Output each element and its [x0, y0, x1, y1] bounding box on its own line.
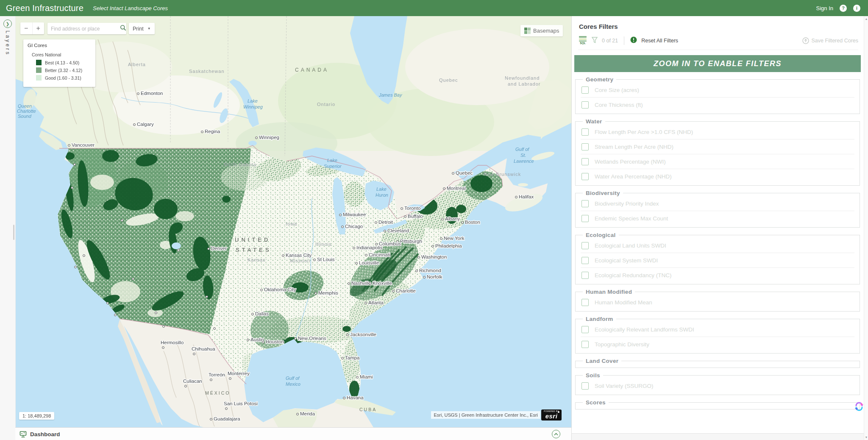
- map-label: Lawrence: [514, 159, 534, 164]
- filter-item-label: Water Area Percentage (NHD): [595, 173, 672, 180]
- city-label: Albany: [445, 216, 460, 221]
- city-label: Jacksonville: [350, 332, 376, 337]
- city-marker: [107, 302, 109, 304]
- filter-item-label: Stream Length Per Acre (NHD): [595, 144, 673, 150]
- info-icon[interactable]: i: [853, 5, 860, 12]
- city-marker: [134, 124, 136, 126]
- filter-item-label: Ecological System SWDI: [595, 257, 658, 264]
- map-label: New Brunswick: [484, 172, 521, 177]
- filter-checkbox[interactable]: [581, 200, 589, 207]
- legend-row: Good (1.60 - 3.31): [36, 75, 91, 81]
- filter-section-title: Water: [583, 118, 605, 125]
- sql-query-icon[interactable]: SQL: [578, 35, 587, 46]
- scroll-up-icon[interactable]: ▲: [864, 17, 868, 20]
- dashboard-bar: Dashboard: [15, 427, 571, 440]
- filter-item-label: Ecologically Relevant Landforms SWDI: [595, 326, 694, 333]
- filter-section-biodiversity: BiodiversityBiodiversity Priority IndexE…: [575, 190, 860, 228]
- map-label: CANADA: [295, 67, 329, 73]
- collapse-dashboard-icon[interactable]: [552, 430, 560, 438]
- zoom-in-banner: ZOOM IN TO ENABLE FILTERS: [574, 55, 861, 72]
- basemap: CANADAUNITEDSTATESMÉXICOCUBAAlbertaSaska…: [15, 16, 571, 427]
- map-label: Charlotte: [17, 109, 36, 114]
- colorful-sync-icon[interactable]: [855, 402, 863, 413]
- sign-in-link[interactable]: Sign In: [816, 5, 833, 11]
- layers-rail-label[interactable]: Layers: [5, 31, 11, 56]
- city-marker: [163, 326, 165, 328]
- legend-row: Better (3.32 - 4.12): [36, 67, 91, 73]
- filter-checkbox[interactable]: [581, 173, 589, 180]
- city-label: Chihuahua: [192, 346, 215, 351]
- save-filtered-cores-button[interactable]: Save Filtered Cores: [802, 37, 858, 44]
- city-label: Oklahoma City: [264, 287, 296, 292]
- city-marker: [443, 188, 445, 190]
- dashboard-label[interactable]: Dashboard: [30, 431, 60, 437]
- zoom-out-button[interactable]: −: [20, 22, 33, 34]
- filter-icon: [592, 37, 598, 45]
- legend-class-label: Better (3.32 - 4.12): [45, 68, 82, 73]
- basemaps-button[interactable]: Basemaps: [520, 25, 563, 36]
- filter-checkbox[interactable]: [581, 215, 589, 222]
- reset-all-filters-button[interactable]: Reset All Filters: [641, 38, 678, 44]
- filter-section-land-cover: Land Cover: [575, 358, 860, 368]
- city-label: Cincinnati: [369, 252, 390, 257]
- city-label: Halifax: [519, 194, 534, 199]
- filter-section-soils: SoilsSoil Variety (SSURGO): [575, 372, 860, 395]
- filter-checkbox[interactable]: [581, 158, 589, 165]
- filter-checkbox[interactable]: [581, 86, 589, 94]
- city-label: Calgary: [137, 122, 154, 127]
- city-marker: [356, 376, 359, 379]
- search-icon[interactable]: [120, 25, 126, 33]
- filter-section-human-modified: Human ModifiedHuman Modified Mean: [575, 289, 860, 312]
- filter-section-title: Geometry: [583, 76, 616, 83]
- filter-checkbox[interactable]: [581, 326, 589, 333]
- filter-section-title: Biodiversity: [583, 190, 623, 196]
- map-label: Lake: [248, 98, 258, 103]
- filter-checkbox[interactable]: [581, 128, 589, 136]
- city-marker: [214, 328, 216, 330]
- legend-row: Best (4.13 - 4.50): [36, 60, 91, 65]
- filter-checkbox[interactable]: [581, 101, 589, 109]
- city-label: New Orleans: [298, 336, 326, 341]
- city-label: Richmond: [419, 268, 441, 273]
- filter-checkbox[interactable]: [581, 382, 589, 390]
- map-canvas[interactable]: CANADAUNITEDSTATESMÉXICOCUBAAlbertaSaska…: [15, 16, 571, 427]
- map-label: Newfoundland: [505, 75, 540, 81]
- city-marker: [347, 334, 349, 336]
- city-label: Detroit: [378, 220, 393, 225]
- panel-drag-handle[interactable]: [13, 225, 14, 240]
- filter-checkbox[interactable]: [581, 299, 589, 306]
- map-label: Huron: [376, 192, 388, 198]
- divider: [624, 36, 624, 45]
- city-label: Charlotte: [396, 288, 416, 293]
- filter-checkbox[interactable]: [581, 143, 589, 150]
- filter-checkbox[interactable]: [581, 257, 589, 264]
- scroll-down-icon[interactable]: ▼: [864, 436, 868, 439]
- city-label: Kansas City: [286, 253, 312, 258]
- zoom-in-button[interactable]: +: [33, 22, 45, 34]
- city-marker: [404, 216, 406, 218]
- city-marker: [210, 418, 212, 421]
- map-label: Illinois: [315, 242, 332, 247]
- search-input[interactable]: [47, 26, 120, 32]
- city-marker: [353, 247, 355, 249]
- expand-layers-icon[interactable]: ❯: [3, 19, 12, 28]
- esri-logo[interactable]: POWERED BY esri: [541, 409, 562, 421]
- city-label: Denver: [211, 246, 227, 251]
- filter-checkbox[interactable]: [581, 272, 589, 279]
- panel-scrollbar[interactable]: ▲ ▼: [864, 16, 868, 440]
- basemap-grid-icon: [524, 28, 531, 34]
- help-icon[interactable]: ?: [840, 5, 847, 12]
- city-marker: [295, 338, 297, 340]
- chevron-down-icon[interactable]: ▼: [147, 27, 151, 31]
- filter-checkbox[interactable]: [581, 242, 589, 249]
- city-marker: [440, 238, 442, 240]
- filter-section-landform: LandformEcologically Relevant Landforms …: [575, 316, 860, 354]
- map-label: Gulf of: [286, 376, 300, 381]
- filter-checkbox[interactable]: [581, 341, 589, 348]
- city-marker: [193, 353, 195, 355]
- layers-rail: ❯ Layers: [0, 16, 16, 440]
- map-label: Kansas: [248, 257, 266, 262]
- print-button[interactable]: Print ▼: [129, 23, 155, 34]
- zoom-control: − +: [20, 22, 44, 34]
- legend-title: GI Cores: [28, 43, 91, 48]
